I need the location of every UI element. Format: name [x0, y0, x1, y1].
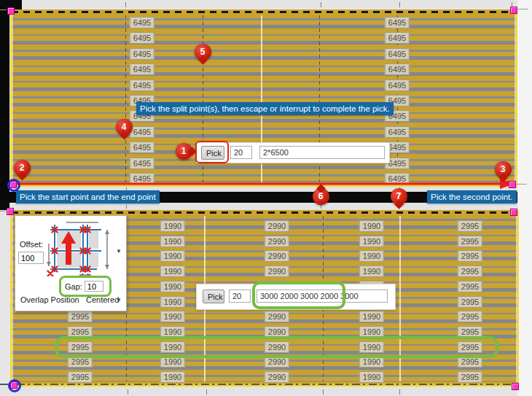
rebar-length-label: 1990 — [160, 371, 185, 383]
pick-button[interactable]: Pick — [203, 290, 224, 303]
datum-dashdot-line — [0, 384, 517, 385]
ruler-tick — [128, 389, 128, 395]
rebar-length-label: 1990 — [160, 220, 185, 232]
callout-marker-4: 4 — [116, 119, 133, 136]
rebar-length-label: 2995 — [458, 250, 482, 262]
rebar-length-label: 2995 — [458, 311, 482, 322]
gap-label: Gap: — [65, 282, 82, 291]
grip-handle[interactable] — [510, 7, 517, 14]
rebar-length-label: 1990 — [160, 296, 185, 308]
snap-point-indicator — [8, 379, 21, 392]
diagram-dropdown-arrow-icon[interactable]: ▼ — [116, 248, 122, 255]
rebar-length-label: 6495 — [130, 126, 154, 138]
distribution-options-panel: ▼ Offset: Gap: Overlap Position Centered… — [15, 215, 127, 311]
ruler-mid-lower — [0, 203, 517, 210]
offset-input[interactable] — [18, 252, 44, 264]
overlap-dropdown-arrow-icon[interactable]: ▼ — [116, 297, 122, 303]
pick-button-highlight — [195, 141, 229, 163]
rebar-length-label: 2995 — [68, 311, 93, 322]
rebar-length-label: 6495 — [385, 32, 410, 44]
ruler-tick — [125, 2, 126, 7]
ruler-tick — [323, 389, 324, 395]
grip-handle[interactable] — [512, 383, 519, 390]
rebar-length-label: 1990 — [160, 281, 185, 292]
ruler-tick — [126, 205, 127, 209]
split-pattern-highlight — [252, 282, 345, 309]
snap-point-indicator — [7, 179, 20, 192]
bar-size-input[interactable] — [229, 290, 251, 303]
viewport-black-left — [0, 8, 9, 210]
rebar-length-label: 2995 — [458, 265, 482, 277]
rebar-length-label: 6495 — [130, 79, 154, 91]
rebar-length-label: 6495 — [130, 158, 154, 169]
rebar-length-label: 1990 — [160, 265, 185, 277]
rebar-length-label: 6495 — [385, 63, 410, 75]
gap-input[interactable] — [85, 281, 103, 292]
ruler-tick — [321, 2, 321, 7]
rebar-length-label: 6495 — [130, 48, 154, 60]
rebar-length-label: 2990 — [265, 220, 289, 232]
ruler-top — [0, 0, 532, 8]
canvas-right-margin — [517, 0, 532, 396]
callout-marker-6: 6 — [313, 188, 329, 205]
rebar-length-label: 2990 — [265, 371, 289, 383]
callout-marker-5: 5 — [195, 44, 211, 61]
split-pattern-input[interactable] — [259, 146, 385, 159]
offset-label: Offset: — [20, 240, 43, 249]
grip-handle[interactable] — [509, 181, 516, 188]
ruler-tick — [206, 389, 207, 395]
rebar-length-label: 1990 — [359, 250, 384, 262]
rebar-length-label: 2995 — [68, 371, 93, 383]
rebar-length-label: 2990 — [265, 250, 289, 262]
rebar-length-label: 2995 — [458, 281, 482, 292]
rebar-length-label: 1990 — [359, 236, 384, 247]
grip-handle[interactable] — [7, 208, 14, 215]
rebar-length-label: 6495 — [385, 79, 410, 91]
tooltip-split-prompt: Pick the split point(s), then escape or … — [136, 102, 394, 115]
rebar-length-label: 1990 — [160, 236, 185, 247]
rebar-length-label: 1990 — [359, 220, 384, 232]
rebar-length-label: 1990 — [160, 250, 185, 262]
rebar-length-label: 2990 — [265, 236, 289, 247]
rebar-length-label: 1990 — [160, 311, 185, 322]
rebar-length-label: 2990 — [265, 265, 289, 277]
ruler-bottom — [0, 387, 532, 396]
row-highlight — [55, 336, 498, 358]
rebar-length-label: 6495 — [130, 17, 154, 28]
panel-dashed-border — [12, 210, 517, 215]
ruler-tick — [399, 389, 400, 395]
gridline-dashed — [125, 15, 126, 182]
rebar-length-label: 6495 — [385, 48, 410, 60]
callout-marker-1: 1 — [176, 143, 192, 160]
rebar-length-label: 2995 — [458, 296, 482, 308]
overlap-diagram-icon[interactable] — [44, 220, 114, 276]
grip-handle[interactable] — [510, 209, 517, 216]
rebar-length-label: 2995 — [458, 236, 482, 247]
rebar-length-label: 6495 — [385, 17, 410, 28]
panel-dashed-border — [12, 9, 516, 15]
red-measure-arrow — [10, 178, 516, 190]
rebar-length-label: 1990 — [359, 371, 384, 383]
gap-field-highlight: Gap: — [59, 276, 112, 297]
rebar-length-label: 2995 — [458, 220, 482, 232]
callout-marker-3: 3 — [495, 161, 512, 178]
rebar-length-label: 2990 — [265, 311, 289, 322]
bar-size-input[interactable] — [230, 146, 252, 159]
ruler-tick — [321, 205, 321, 209]
rebar-length-label: 1990 — [359, 311, 384, 322]
ruler-tick — [399, 2, 400, 7]
cad-annotated-screenshot: 6495649564956495649564956495649564956495… — [0, 0, 532, 396]
grip-handle[interactable] — [7, 7, 15, 15]
tooltip-start-end-prompt: Pick the start point and the end point — [16, 190, 160, 203]
rebar-length-label: 6495 — [385, 126, 410, 138]
callout-marker-2: 2 — [14, 160, 31, 176]
callout-marker-7: 7 — [391, 188, 407, 205]
rebar-length-label: 6495 — [130, 32, 154, 44]
rebar-length-label: 1990 — [359, 265, 384, 277]
rebar-length-label: 6495 — [130, 63, 154, 75]
rebar-length-label: 2995 — [458, 371, 482, 383]
tooltip-second-point-prompt: Pick the second point. — [427, 190, 517, 203]
rebar-length-label: 6495 — [130, 141, 154, 153]
